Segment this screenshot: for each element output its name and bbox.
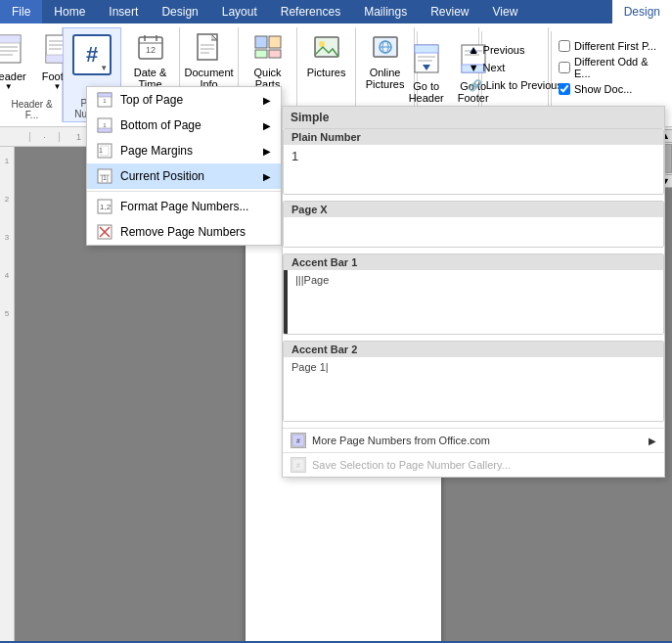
- tab-view[interactable]: View: [481, 0, 530, 23]
- bottom-of-page-arrow: ▶: [263, 120, 271, 131]
- menu-item-page-margins-label: Page Margins: [120, 144, 193, 158]
- gallery-item-page-x-label: Page X: [284, 202, 663, 217]
- svg-text:#: #: [296, 462, 300, 469]
- top-of-page-icon: 1: [97, 92, 112, 108]
- show-doc-checkbox[interactable]: [559, 83, 570, 95]
- different-first-checkbox[interactable]: [559, 40, 570, 52]
- accent-bar-1-preview-text: |||Page: [295, 274, 329, 286]
- next-button[interactable]: ▼ Next: [465, 60, 566, 75]
- current-position-arrow: ▶: [263, 171, 271, 182]
- header-btn-label: Header: [0, 70, 26, 82]
- gallery-item-accent-bar-1[interactable]: Accent Bar 1 |||Page: [283, 253, 664, 335]
- svg-rect-23: [315, 37, 338, 57]
- remove-icon: [97, 224, 112, 240]
- menu-item-bottom-of-page-label: Bottom of Page: [120, 118, 202, 132]
- previous-label: Previous: [483, 44, 525, 56]
- menu-item-top-of-page[interactable]: 1 Top of Page ▶: [87, 87, 281, 113]
- more-page-numbers-arrow: ▶: [649, 436, 656, 446]
- svg-text:|1|: |1|: [101, 174, 109, 182]
- different-first-label: Different First P...: [574, 40, 656, 52]
- goto-header-button[interactable]: Go toHeader: [403, 39, 450, 108]
- goto-header-label: Go toHeader: [409, 80, 444, 104]
- next-label: Next: [483, 62, 506, 73]
- datetime-icon: 12: [137, 33, 164, 65]
- top-of-page-arrow: ▶: [263, 95, 271, 106]
- svg-text:12: 12: [146, 45, 156, 55]
- different-odd-label: Different Odd & E...: [574, 56, 664, 79]
- docinfo-icon: [196, 33, 223, 65]
- svg-rect-22: [269, 50, 281, 58]
- svg-text:#: #: [296, 437, 300, 444]
- header-footer-group-label: Header & F...: [8, 95, 56, 120]
- header-icon: [0, 33, 22, 69]
- page-number-icon: #: [72, 34, 112, 75]
- gallery-item-accent-bar-2[interactable]: Accent Bar 2 Page 1|: [283, 341, 664, 422]
- gallery-item-page-x[interactable]: Page X: [283, 201, 664, 248]
- gallery-item-accent-bar-1-preview: |||Page: [284, 270, 663, 334]
- svg-rect-21: [255, 50, 267, 58]
- menu-item-bottom-of-page[interactable]: 1 Bottom of Page ▶: [87, 113, 281, 138]
- previous-icon: ▲: [469, 44, 479, 56]
- submenu-footer-save: # Save Selection to Page Number Gallery.…: [283, 452, 664, 477]
- pictures-icon: [313, 33, 340, 65]
- online-pictures-icon: [372, 33, 399, 65]
- link-icon: 🔗: [469, 79, 482, 92]
- tab-home[interactable]: Home: [42, 0, 97, 23]
- gallery-item-plain-number-label: Plain Number: [284, 129, 663, 145]
- tab-insert[interactable]: Insert: [97, 0, 150, 23]
- header-button[interactable]: Header ▼: [0, 29, 32, 95]
- more-page-numbers-icon: #: [291, 433, 306, 448]
- plain-number-preview-text: 1: [291, 149, 298, 163]
- save-to-gallery-label: Save Selection to Page Number Gallery...: [312, 459, 511, 471]
- bottom-of-page-icon: 1: [97, 117, 112, 133]
- tab-layout[interactable]: Layout: [210, 0, 269, 23]
- hash-symbol: #: [86, 42, 98, 68]
- page-number-dropdown: 1 Top of Page ▶ 1 Bottom of Page ▶: [86, 86, 282, 246]
- gallery-item-page-x-preview: [284, 217, 663, 247]
- submenu-title: Simple: [283, 107, 664, 128]
- pictures-button[interactable]: Pictures: [301, 29, 352, 82]
- tab-design[interactable]: Design: [150, 0, 209, 23]
- tab-references[interactable]: References: [269, 0, 352, 23]
- menu-item-format-page-numbers-label: Format Page Numbers...: [120, 200, 248, 213]
- more-page-numbers-label: More Page Numbers from Office.com: [312, 435, 490, 446]
- different-odd-check[interactable]: Different Odd & E...: [559, 56, 664, 79]
- page-number-button[interactable]: #: [68, 30, 115, 79]
- link-to-previous-button[interactable]: 🔗 Link to Previous: [465, 77, 566, 94]
- accent-bar-2-preview-text: Page 1|: [291, 361, 329, 373]
- show-doc-check[interactable]: Show Doc...: [559, 83, 664, 95]
- menu-item-current-position-label: Current Position: [120, 169, 204, 183]
- gallery-item-plain-number[interactable]: Plain Number 1: [283, 128, 664, 195]
- svg-rect-40: [98, 93, 112, 97]
- tab-review[interactable]: Review: [419, 0, 480, 23]
- current-position-submenu: Simple Plain Number 1 Page X Accent Bar …: [282, 106, 665, 478]
- menu-item-remove-page-numbers-label: Remove Page Numbers: [120, 225, 246, 239]
- tab-mailings[interactable]: Mailings: [352, 0, 419, 23]
- different-first-check[interactable]: Different First P...: [559, 40, 664, 52]
- menu-item-remove-page-numbers[interactable]: Remove Page Numbers: [87, 219, 281, 245]
- format-icon: 1,2: [97, 199, 112, 214]
- header-dropdown-arrow: ▼: [5, 82, 13, 91]
- current-position-icon: |1|: [97, 168, 112, 184]
- menu-item-current-position[interactable]: |1| Current Position ▶: [87, 163, 281, 189]
- previous-button[interactable]: ▲ Previous: [465, 42, 566, 58]
- gallery-item-plain-number-preview: 1: [284, 145, 663, 194]
- submenu-footer-more[interactable]: # More Page Numbers from Office.com ▶: [283, 428, 664, 452]
- menu-item-page-margins[interactable]: 1 Page Margins ▶: [87, 138, 281, 163]
- show-doc-label: Show Doc...: [574, 83, 632, 95]
- tab-design-active[interactable]: Design: [612, 0, 672, 23]
- svg-text:1,2: 1,2: [100, 203, 112, 211]
- menu-item-format-page-numbers[interactable]: 1,2 Format Page Numbers...: [87, 194, 281, 219]
- menu-item-top-of-page-label: Top of Page: [120, 93, 183, 107]
- footer-dropdown-arrow: ▼: [54, 82, 62, 91]
- svg-point-24: [319, 41, 325, 47]
- link-to-previous-label: Link to Previous: [486, 79, 562, 91]
- different-odd-checkbox[interactable]: [559, 62, 570, 73]
- svg-rect-1: [0, 35, 21, 43]
- page-margins-arrow: ▶: [263, 146, 271, 157]
- pictures-label: Pictures: [307, 67, 346, 78]
- quickparts-icon: [254, 33, 282, 65]
- gallery-item-accent-bar-2-label: Accent Bar 2: [284, 342, 663, 357]
- datetime-button[interactable]: 12 Date &Time: [128, 29, 173, 94]
- tab-file[interactable]: File: [0, 0, 42, 23]
